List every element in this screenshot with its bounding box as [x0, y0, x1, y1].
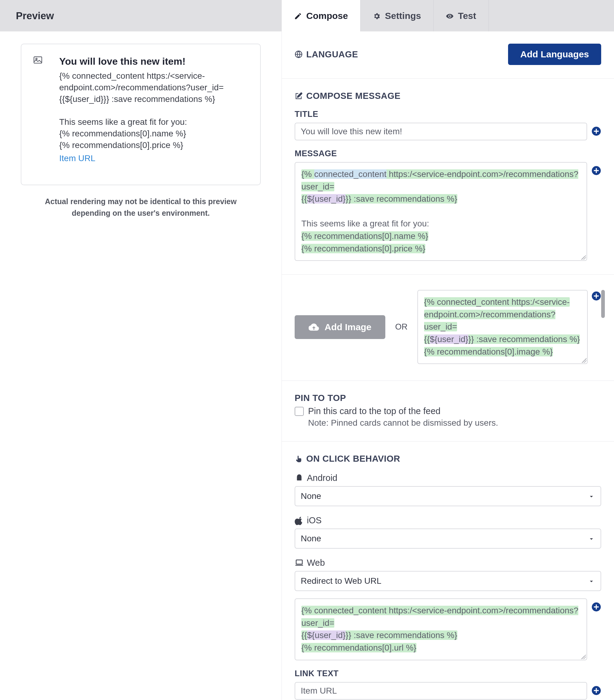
tab-test-label: Test — [458, 11, 476, 21]
message-label: MESSAGE — [295, 149, 601, 158]
pin-checkbox[interactable] — [295, 407, 304, 416]
title-add-icon[interactable] — [591, 126, 601, 136]
preview-title: Preview — [16, 10, 54, 22]
preview-card: You will love this new item! {% connecte… — [21, 43, 261, 185]
android-select[interactable]: None — [295, 486, 601, 506]
add-image-button[interactable]: Add Image — [295, 315, 385, 339]
tabs: Compose Settings Test — [282, 0, 614, 32]
tab-settings[interactable]: Settings — [360, 0, 433, 32]
pin-note: Note: Pinned cards cannot be dismissed b… — [308, 418, 601, 428]
chevron-down-icon — [588, 577, 595, 585]
preview-header: Preview — [0, 0, 282, 32]
preview-card-link[interactable]: Item URL — [59, 153, 95, 163]
image-url-input[interactable]: {% connected_content https:/<service-end… — [417, 290, 588, 364]
compose-section: COMPOSE MESSAGE TITLE MESSAGE {% connect… — [282, 79, 614, 275]
image-add-icon[interactable] — [591, 291, 601, 301]
svg-rect-7 — [296, 560, 302, 564]
web-select[interactable]: Redirect to Web URL — [295, 571, 601, 591]
tab-compose[interactable]: Compose — [282, 0, 360, 32]
add-languages-button[interactable]: Add Languages — [508, 43, 601, 65]
globe-icon — [295, 50, 303, 58]
android-select-value: None — [301, 491, 321, 501]
ios-select[interactable]: None — [295, 528, 601, 549]
image-section: Add Image OR {% connected_content https:… — [282, 275, 614, 381]
click-section: ON CLICK BEHAVIOR Android None iOS None — [282, 441, 614, 700]
android-icon — [295, 474, 304, 483]
link-text-label: LINK TEXT — [295, 669, 601, 678]
gear-icon — [373, 12, 381, 20]
laptop-icon — [295, 559, 304, 567]
apple-icon — [295, 516, 304, 525]
ios-label: iOS — [307, 515, 321, 525]
message-add-icon[interactable] — [591, 166, 601, 175]
link-text-add-icon[interactable] — [591, 686, 601, 696]
pin-label: Pin this card to the top of the feed — [308, 406, 441, 416]
chevron-down-icon — [588, 492, 595, 500]
tab-compose-label: Compose — [306, 11, 348, 21]
compose-heading: COMPOSE MESSAGE — [306, 91, 401, 101]
title-label: TITLE — [295, 110, 601, 119]
ios-select-value: None — [301, 534, 321, 543]
android-label: Android — [307, 473, 337, 483]
preview-note: Actual rendering may not be identical to… — [21, 196, 261, 220]
preview-card-body: {% connected_content https:/<service-end… — [59, 70, 248, 151]
web-label: Web — [307, 558, 325, 568]
tab-settings-label: Settings — [385, 11, 421, 21]
scrollbar-thumb[interactable] — [601, 290, 605, 318]
add-image-label: Add Image — [324, 322, 371, 332]
svg-rect-0 — [34, 57, 42, 63]
eye-icon — [446, 12, 454, 20]
link-text-input[interactable] — [295, 682, 587, 700]
pencil-icon — [294, 12, 302, 20]
hand-pointer-icon — [295, 455, 303, 463]
message-input[interactable]: {% connected_content https:/<service-end… — [295, 162, 587, 261]
pin-title: PIN TO TOP — [295, 393, 601, 403]
svg-rect-6 — [297, 477, 302, 480]
web-url-input[interactable]: {% connected_content https:/<service-end… — [295, 598, 587, 660]
edit-icon — [295, 92, 303, 100]
tab-test[interactable]: Test — [433, 0, 489, 32]
web-select-value: Redirect to Web URL — [301, 576, 381, 586]
preview-card-title: You will love this new item! — [59, 56, 248, 67]
click-title: ON CLICK BEHAVIOR — [306, 454, 400, 464]
pin-section: PIN TO TOP Pin this card to the top of t… — [282, 381, 614, 441]
language-section: LANGUAGE Add Languages — [282, 32, 614, 79]
chevron-down-icon — [588, 535, 595, 542]
svg-point-1 — [36, 58, 37, 60]
or-text: OR — [395, 322, 408, 332]
cloud-upload-icon — [309, 323, 319, 332]
language-title: LANGUAGE — [306, 49, 358, 60]
title-input[interactable] — [295, 123, 587, 140]
image-placeholder-icon — [34, 56, 42, 63]
web-url-add-icon[interactable] — [591, 602, 601, 612]
